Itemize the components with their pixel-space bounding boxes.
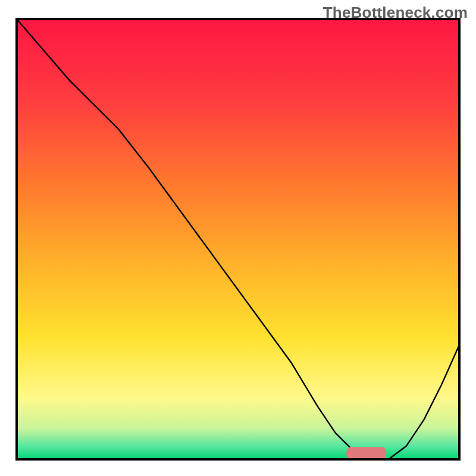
optimal-zone-marker (346, 447, 386, 459)
chart-stage: TheBottleneck.com (0, 0, 476, 476)
watermark-text: TheBottleneck.com (323, 4, 468, 22)
bottleneck-chart (0, 0, 476, 476)
plot-area (17, 19, 459, 459)
plot-background (17, 19, 459, 459)
